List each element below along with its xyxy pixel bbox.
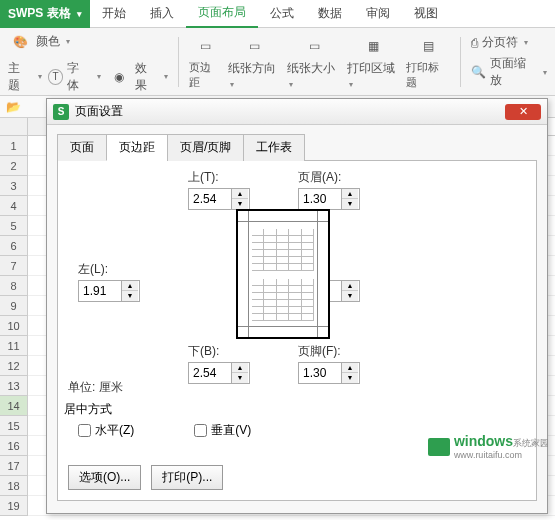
spin-down-icon[interactable]: ▼: [232, 373, 248, 383]
papersize-icon: ▭: [302, 34, 326, 58]
ribbon-pagebreak[interactable]: ⎙ 分页符▾: [471, 34, 547, 51]
menu-start[interactable]: 开始: [90, 0, 138, 28]
font-icon: T: [48, 69, 64, 85]
label-footer: 页脚(F):: [298, 343, 341, 360]
dialog-buttons: 选项(O)... 打印(P)...: [68, 465, 223, 490]
dialog-tabs: 页面 页边距 页眉/页脚 工作表: [57, 133, 537, 161]
ribbon-printarea[interactable]: ▦ 打印区域▾: [347, 34, 400, 89]
input-left[interactable]: [79, 284, 121, 298]
spin-up-icon[interactable]: ▲: [232, 189, 248, 199]
row-header[interactable]: 9: [0, 296, 28, 316]
spin-up-icon[interactable]: ▲: [232, 363, 248, 373]
ribbon-size[interactable]: ▭ 纸张大小▾: [287, 34, 340, 89]
row-header[interactable]: 4: [0, 196, 28, 216]
row-header[interactable]: 12: [0, 356, 28, 376]
spin-left[interactable]: ▲▼: [78, 280, 140, 302]
input-bottom[interactable]: [189, 366, 231, 380]
ribbon-effect[interactable]: ◉ 效果▾: [107, 58, 168, 96]
spin-footer[interactable]: ▲▼: [298, 362, 360, 384]
app-name: WPS 表格: [16, 5, 71, 22]
row-header[interactable]: 14: [0, 396, 28, 416]
row-header[interactable]: 10: [0, 316, 28, 336]
label-top: 上(T):: [188, 169, 219, 186]
print-button[interactable]: 打印(P)...: [151, 465, 223, 490]
menu-view[interactable]: 视图: [402, 0, 450, 28]
ribbon-theme-group: 🎨 颜色▾ 主题▾ T 字体▾ ◉ 效果▾: [8, 28, 168, 96]
menu-review[interactable]: 审阅: [354, 0, 402, 28]
spin-top[interactable]: ▲▼: [188, 188, 250, 210]
input-footer[interactable]: [299, 366, 341, 380]
row-header[interactable]: 3: [0, 176, 28, 196]
menu-pagelayout[interactable]: 页面布局: [186, 0, 258, 28]
spin-down-icon[interactable]: ▼: [342, 291, 358, 301]
menu-formula[interactable]: 公式: [258, 0, 306, 28]
spin-down-icon[interactable]: ▼: [342, 199, 358, 209]
row-header[interactable]: 11: [0, 336, 28, 356]
row-header[interactable]: 8: [0, 276, 28, 296]
ribbon-font[interactable]: T 字体▾: [48, 58, 101, 96]
row-header[interactable]: 6: [0, 236, 28, 256]
row-header[interactable]: 15: [0, 416, 28, 436]
margins-icon: ▭: [194, 34, 218, 58]
spin-down-icon[interactable]: ▼: [122, 291, 138, 301]
ribbon-color[interactable]: 🎨 颜色▾: [8, 28, 168, 56]
row-header[interactable]: 1: [0, 136, 28, 156]
row-header[interactable]: 19: [0, 496, 28, 516]
label-header: 页眉(A):: [298, 169, 341, 186]
row-header[interactable]: 7: [0, 256, 28, 276]
check-vertical[interactable]: 垂直(V): [194, 422, 251, 439]
spin-up-icon[interactable]: ▲: [122, 281, 138, 291]
spin-down-icon[interactable]: ▼: [342, 373, 358, 383]
app-badge[interactable]: S WPS 表格 ▾: [0, 0, 90, 28]
spin-up-icon[interactable]: ▲: [342, 189, 358, 199]
row-header[interactable]: 16: [0, 436, 28, 456]
label-left: 左(L):: [78, 261, 108, 278]
spin-header[interactable]: ▲▼: [298, 188, 360, 210]
palette-icon: 🎨: [8, 30, 32, 54]
effect-icon: ◉: [107, 65, 131, 89]
checkbox-horizontal[interactable]: [78, 424, 91, 437]
row-header[interactable]: 2: [0, 156, 28, 176]
orientation-icon: ▭: [243, 34, 267, 58]
menu-insert[interactable]: 插入: [138, 0, 186, 28]
close-button[interactable]: ✕: [505, 104, 541, 120]
ribbon-pagezoom[interactable]: 🔍 页面缩放▾: [471, 55, 547, 89]
unit-label: 单位: 厘米: [68, 379, 123, 396]
watermark-flag-icon: [428, 438, 450, 456]
watermark: windows系统家园 www.ruitaifu.com: [428, 433, 549, 460]
dialog-title: 页面设置: [75, 103, 123, 120]
spin-down-icon[interactable]: ▼: [232, 199, 248, 209]
ribbon-orientation[interactable]: ▭ 纸张方向▾: [228, 34, 281, 89]
row-header[interactable]: 18: [0, 476, 28, 496]
row-header[interactable]: 17: [0, 456, 28, 476]
pagebreak-icon: ⎙: [471, 36, 478, 50]
menubar: S WPS 表格 ▾ 开始 插入 页面布局 公式 数据 审阅 视图: [0, 0, 555, 28]
checkbox-vertical[interactable]: [194, 424, 207, 437]
open-icon[interactable]: 📂: [6, 100, 21, 114]
tab-page[interactable]: 页面: [57, 134, 107, 161]
col-corner[interactable]: [0, 118, 28, 135]
tab-margins[interactable]: 页边距: [106, 134, 168, 161]
ribbon-theme[interactable]: 主题▾: [8, 58, 42, 96]
tab-worksheet[interactable]: 工作表: [243, 134, 305, 161]
ribbon-margins[interactable]: ▭ 页边距: [189, 34, 222, 90]
check-horizontal[interactable]: 水平(Z): [78, 422, 134, 439]
options-button[interactable]: 选项(O)...: [68, 465, 141, 490]
spin-bottom[interactable]: ▲▼: [188, 362, 250, 384]
tab-headerfooter[interactable]: 页眉/页脚: [167, 134, 244, 161]
printtitle-icon: ▤: [416, 34, 440, 58]
dialog-logo-icon: S: [53, 104, 69, 120]
row-header[interactable]: 5: [0, 216, 28, 236]
ribbon-right: ⎙ 分页符▾ 🔍 页面缩放▾: [471, 34, 547, 89]
menu-data[interactable]: 数据: [306, 0, 354, 28]
input-top[interactable]: [189, 192, 231, 206]
row-headers: 12345678910111213141516171819: [0, 136, 28, 516]
row-header[interactable]: 13: [0, 376, 28, 396]
center-label: 居中方式: [64, 401, 530, 418]
spin-up-icon[interactable]: ▲: [342, 363, 358, 373]
spin-up-icon[interactable]: ▲: [342, 281, 358, 291]
printarea-icon: ▦: [362, 34, 386, 58]
ribbon: 🎨 颜色▾ 主题▾ T 字体▾ ◉ 效果▾ ▭ 页边距 ▭: [0, 28, 555, 96]
ribbon-printtitle[interactable]: ▤ 打印标题: [406, 34, 450, 90]
input-header[interactable]: [299, 192, 341, 206]
